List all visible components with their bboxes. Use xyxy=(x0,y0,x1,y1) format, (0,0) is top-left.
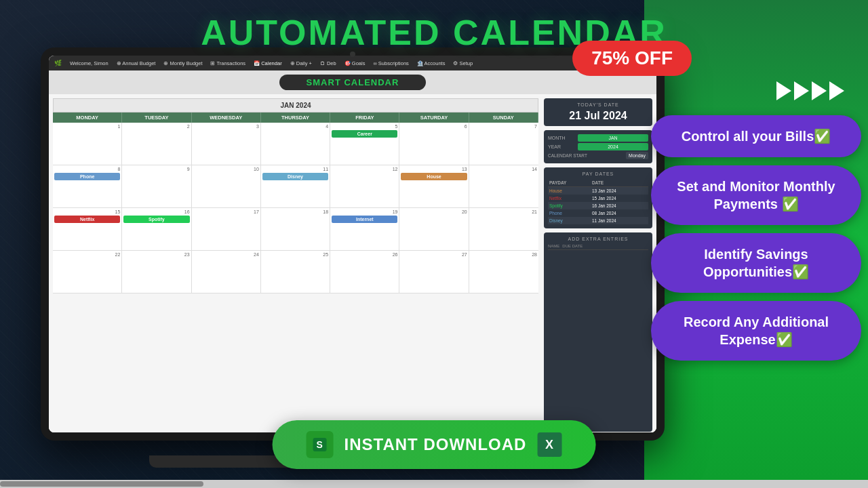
feature-btn-bills[interactable]: Control all your Bills✅ xyxy=(651,115,861,157)
nav-monthly-budget[interactable]: ⊕ Montly Budget xyxy=(163,60,202,66)
cal-cell-1[interactable]: 1 xyxy=(53,123,122,165)
calendar-title-bar: SMART CALENDAR xyxy=(49,70,656,94)
arrow-icon-4 xyxy=(829,81,844,100)
pay-dates-card: PAY DATES PAYDAY DATE House xyxy=(544,167,652,228)
day-fri: FRIDAY xyxy=(330,113,399,123)
month-header: JAN 2024 xyxy=(53,98,538,113)
pay-dates-table: PAYDAY DATE House 13 Jan 2024 Netflix 15… xyxy=(548,179,648,224)
week-row-1: 1 2 3 4 5Career 6 7 xyxy=(53,123,538,165)
pay-name-cell: Phone xyxy=(548,209,591,217)
cal-cell-25[interactable]: 25 xyxy=(261,251,330,293)
cal-right-panel: TODAY'S DATE 21 Jul 2024 MONTH JAN YEAR xyxy=(544,98,652,432)
cal-cell-4[interactable]: 4 xyxy=(261,123,330,165)
cal-cell-17[interactable]: 17 xyxy=(192,208,261,250)
cal-cell-13[interactable]: 13House xyxy=(399,165,469,207)
day-sat: SATURDAY xyxy=(399,113,469,123)
pay-name-cell: Netflix xyxy=(548,195,591,202)
nav-calendar[interactable]: 📅 Calendar xyxy=(254,60,282,66)
laptop-body: 🌿 Welcome, Simon ⊕ Annual Budget ⊕ Montl… xyxy=(41,47,665,441)
pay-date-cell: 15 Jan 2024 xyxy=(591,195,648,202)
month-year-card: MONTH JAN YEAR 2024 CALENDAR START Monda… xyxy=(544,130,652,163)
feature-btn-payments[interactable]: Set and Monitor Monthly Payments ✅ xyxy=(651,165,861,225)
month-label: MONTH xyxy=(548,136,575,140)
cal-cell-7[interactable]: 7 xyxy=(469,123,538,165)
cal-cell-12[interactable]: 12 xyxy=(330,165,399,207)
arrow-icon-3 xyxy=(812,81,827,100)
week-row-3: 15Netflix 16Spotify 17 18 19Internet 20 … xyxy=(53,208,538,251)
cal-cell-9[interactable]: 9 xyxy=(122,165,191,207)
cal-cell-11[interactable]: 11Disney xyxy=(261,165,330,207)
cal-cell-16[interactable]: 16Spotify xyxy=(122,208,191,250)
nav-subscriptions[interactable]: ∞ Subscriptions xyxy=(373,60,408,66)
cal-cell-27[interactable]: 27 xyxy=(399,251,469,293)
today-label: TODAY'S DATE xyxy=(548,102,648,107)
year-value[interactable]: 2024 xyxy=(578,143,648,150)
nav-daily[interactable]: ⊕ Daily + xyxy=(290,60,312,66)
year-row: YEAR 2024 xyxy=(548,143,648,150)
feature-btn-savings[interactable]: Identify Savings Opportunities✅ xyxy=(651,233,861,293)
cal-start-val[interactable]: Monday xyxy=(626,152,648,159)
cal-cell-18[interactable]: 18 xyxy=(261,208,330,250)
calendar-main: JAN 2024 MONDAY TUESDAY WEDNESDAY THURSD… xyxy=(49,94,656,432)
arrow-icon-2 xyxy=(794,81,809,100)
cal-cell-24[interactable]: 24 xyxy=(192,251,261,293)
pay-dates-row: Phone 08 Jan 2024 xyxy=(548,209,648,217)
pay-date-cell: 16 Jan 2024 xyxy=(591,202,648,209)
pay-name-cell: Disney xyxy=(548,217,591,224)
add-extra-title: ADD EXTRA ENTRIES xyxy=(548,237,648,241)
page-title: AUTOMATED CALENDAR xyxy=(0,12,868,53)
today-date-card: TODAY'S DATE 21 Jul 2024 xyxy=(544,98,652,126)
nav-setup[interactable]: ⚙ Setup xyxy=(453,60,473,66)
cal-cell-6[interactable]: 6 xyxy=(399,123,469,165)
month-value[interactable]: JAN xyxy=(578,134,648,142)
pay-date-cell: 11 Jan 2024 xyxy=(591,217,648,224)
cal-start-label: CALENDAR START xyxy=(548,153,623,158)
excel-icon: X xyxy=(537,432,561,457)
calendar-title: SMART CALENDAR xyxy=(279,75,427,90)
pay-dates-row: Netflix 15 Jan 2024 xyxy=(548,195,648,202)
cal-start-row: CALENDAR START Monday xyxy=(548,152,648,159)
day-headers: MONDAY TUESDAY WEDNESDAY THURSDAY FRIDAY… xyxy=(53,113,538,123)
month-row: MONTH JAN xyxy=(548,134,648,142)
scrollbar[interactable] xyxy=(0,480,868,488)
nav-accounts[interactable]: 🏦 Accounts xyxy=(417,60,446,66)
nav-deb[interactable]: 🗒 Deb xyxy=(320,60,336,66)
cal-cell-10[interactable]: 10 xyxy=(192,165,261,207)
pay-dates-title: PAY DATES xyxy=(548,171,648,176)
nav-transactions[interactable]: ⊞ Transactions xyxy=(210,60,245,66)
pay-dates-row: House 13 Jan 2024 xyxy=(548,187,648,195)
scrollbar-thumb[interactable] xyxy=(0,481,203,487)
cal-cell-22[interactable]: 22 xyxy=(53,251,122,293)
cal-cell-28[interactable]: 28 xyxy=(469,251,538,293)
cal-cell-21[interactable]: 21 xyxy=(469,208,538,250)
app-logo: 🌿 xyxy=(54,60,62,66)
feature-buttons: Control all your Bills✅ Set and Monitor … xyxy=(651,115,861,361)
spreadsheet: 🌿 Welcome, Simon ⊕ Annual Budget ⊕ Montl… xyxy=(49,56,656,432)
cal-cell-20[interactable]: 20 xyxy=(399,208,469,250)
feature-btn-expense[interactable]: Record Any Additional Expense✅ xyxy=(651,301,861,361)
add-extra-headers: NAME DUE DATE xyxy=(548,244,648,250)
svg-text:S: S xyxy=(316,439,323,450)
cal-cell-14[interactable]: 14 xyxy=(469,165,538,207)
cal-cell-3[interactable]: 3 xyxy=(192,123,261,165)
payday-col-header: PAYDAY xyxy=(548,179,591,187)
pay-date-cell: 08 Jan 2024 xyxy=(591,209,648,217)
download-button[interactable]: S INSTANT DOWNLOAD X xyxy=(273,420,596,469)
day-sun: SUNDAY xyxy=(469,113,538,123)
pay-dates-row: Spotify 16 Jan 2024 xyxy=(548,202,648,209)
cal-cell-2[interactable]: 2 xyxy=(122,123,191,165)
cal-cell-15[interactable]: 15Netflix xyxy=(53,208,122,250)
laptop-screen: 🌿 Welcome, Simon ⊕ Annual Budget ⊕ Montl… xyxy=(49,56,656,432)
download-label: INSTANT DOWNLOAD xyxy=(344,435,527,454)
cal-cell-23[interactable]: 23 xyxy=(122,251,191,293)
week-row-4: 22 23 24 25 26 27 28 xyxy=(53,251,538,293)
cal-cell-19[interactable]: 19Internet xyxy=(330,208,399,250)
cal-cell-8[interactable]: 8Phone xyxy=(53,165,122,207)
day-tue: TUESDAY xyxy=(122,113,191,123)
cal-cell-5[interactable]: 5Career xyxy=(330,123,399,165)
pay-dates-row: Disney 11 Jan 2024 xyxy=(548,217,648,224)
cal-cell-26[interactable]: 26 xyxy=(330,251,399,293)
nav-bar: 🌿 Welcome, Simon ⊕ Annual Budget ⊕ Montl… xyxy=(49,56,656,70)
nav-annual-budget[interactable]: ⊕ Annual Budget xyxy=(117,60,156,66)
nav-goals[interactable]: 🎯 Goals xyxy=(344,60,366,66)
